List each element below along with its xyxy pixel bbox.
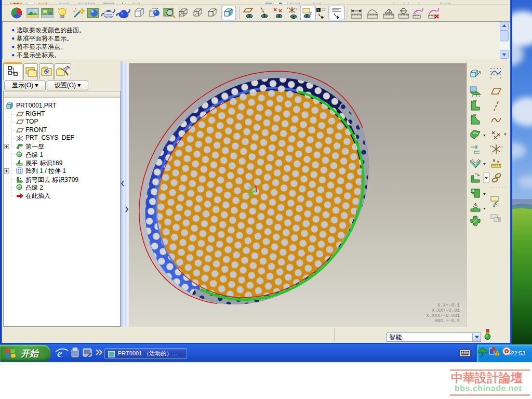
svg-text:y: y <box>287 6 288 9</box>
svg-text:z: z <box>491 152 493 155</box>
svg-text:z: z <box>310 10 312 16</box>
svg-text:!: ! <box>496 351 498 356</box>
svg-text:y: y <box>490 144 491 148</box>
svg-text:x: x <box>296 7 297 10</box>
svg-text:x: x <box>501 145 503 149</box>
svg-text:1: 1 <box>317 8 320 12</box>
